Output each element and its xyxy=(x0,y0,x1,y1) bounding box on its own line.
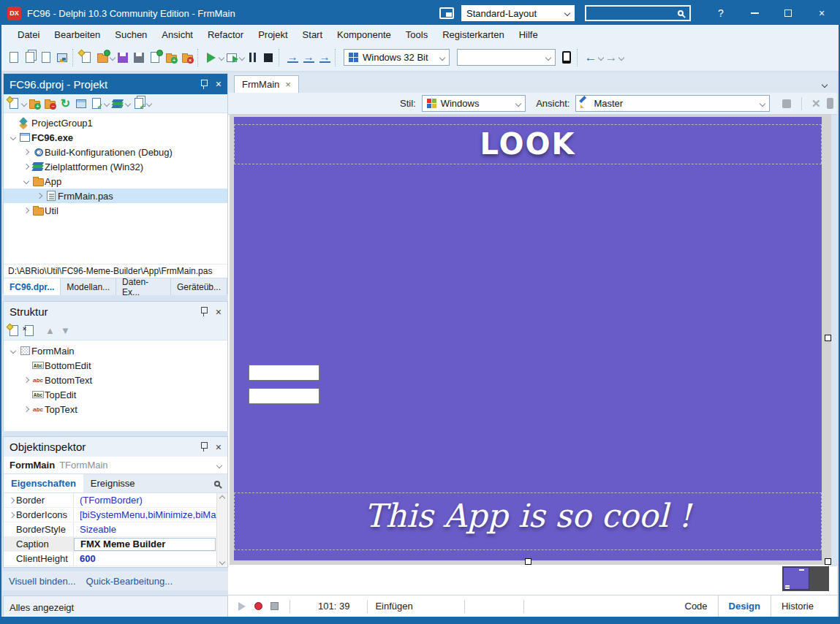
step-over-button[interactable]: → xyxy=(284,50,300,66)
tree-item-exe[interactable]: FC96.exe xyxy=(4,130,227,145)
chevron-down-icon[interactable] xyxy=(146,100,152,106)
tree-item-formmain[interactable]: FormMain xyxy=(4,343,227,358)
designer-canvas[interactable]: LOOK This App is so cool ! xyxy=(230,115,831,565)
menu-suchen[interactable]: Suchen xyxy=(107,25,154,44)
inspector-search[interactable] xyxy=(214,474,227,492)
chevron-down-icon[interactable] xyxy=(618,54,624,60)
pin-icon[interactable] xyxy=(200,442,207,452)
property-value[interactable]: Sizeable xyxy=(74,524,216,535)
save-button[interactable] xyxy=(115,50,131,66)
tree-item-build-config[interactable]: Build-Konfigurationen (Debug) xyxy=(4,145,227,159)
property-row[interactable]: BorderIcons [biSystemMenu,biMinimize,biM… xyxy=(4,508,227,522)
structure-delete-button[interactable]: × xyxy=(22,324,36,338)
macro-stop-button[interactable] xyxy=(266,598,282,615)
layout-select[interactable]: Standard-Layout xyxy=(461,5,575,21)
target-device-select[interactable] xyxy=(457,49,556,66)
new-window-button[interactable] xyxy=(22,50,38,66)
tab-data-explorer[interactable]: Daten-Ex... xyxy=(116,278,171,295)
stop-button[interactable] xyxy=(260,50,276,66)
step-into-button[interactable]: → xyxy=(300,50,317,66)
property-value[interactable]: 600 xyxy=(74,553,216,564)
device-manager-button[interactable] xyxy=(559,50,575,66)
tree-item-bottomedit[interactable]: Abc BottomEdit xyxy=(4,358,227,373)
project-new-item-button[interactable] xyxy=(7,96,20,110)
tree-item-projectgroup[interactable]: ProjectGroup1 xyxy=(4,115,227,130)
tree-item-topedit[interactable]: Abc TopEdit xyxy=(4,387,227,402)
property-value[interactable]: [biSystemMenu,biMinimize,biMax xyxy=(74,509,216,520)
remove-from-project-button[interactable]: × xyxy=(179,50,195,66)
bottom-text-component[interactable]: This App is so cool ! xyxy=(234,497,822,534)
tab-list-chevron-icon[interactable] xyxy=(822,82,828,88)
menu-hilfe[interactable]: Hilfe xyxy=(512,25,545,44)
chevron-collapsed-icon[interactable] xyxy=(8,497,14,503)
menu-registerkarten[interactable]: Registerkarten xyxy=(435,25,512,44)
chevron-expanded-icon[interactable] xyxy=(10,348,16,354)
tab-eigenschaften[interactable]: Eigenschaften xyxy=(4,474,83,492)
property-row[interactable]: Border (TFormBorder) xyxy=(4,493,227,508)
resize-handle-right[interactable] xyxy=(825,335,831,341)
tree-item-toptext[interactable]: abc TopText xyxy=(4,402,227,416)
tree-item-util-folder[interactable]: Util xyxy=(4,203,227,218)
quick-edit-link[interactable]: Quick-Bearbeitung... xyxy=(86,576,173,587)
chevron-expanded-icon[interactable] xyxy=(10,134,16,140)
tools-disabled-button[interactable]: ✕ xyxy=(809,96,823,111)
pin-icon[interactable] xyxy=(200,307,207,316)
style-select[interactable]: Windows xyxy=(422,95,526,112)
tree-item-platforms[interactable]: Zielplattformen (Win32) xyxy=(4,159,227,174)
desktop-layout-icon[interactable] xyxy=(439,7,454,19)
property-row[interactable]: ClientHeight 600 xyxy=(4,552,227,566)
inspector-object-select[interactable]: FormMain TFormMain xyxy=(4,457,227,474)
chevron-down-icon[interactable] xyxy=(125,100,131,106)
component-palette-button[interactable] xyxy=(54,50,70,66)
menu-projekt[interactable]: Projekt xyxy=(251,25,295,44)
editor-tab-frmmain[interactable]: FrmMain × xyxy=(234,75,299,93)
step-out-button[interactable]: → xyxy=(317,50,333,66)
add-to-project-button[interactable]: + xyxy=(163,50,179,66)
project-build-config-button[interactable]: ✓ xyxy=(89,96,103,110)
titlebar-search-input[interactable] xyxy=(585,5,691,21)
snapshot-button[interactable] xyxy=(780,96,794,111)
pin-icon[interactable] xyxy=(200,80,207,89)
minimize-button[interactable] xyxy=(738,1,771,25)
macro-play-button[interactable] xyxy=(234,598,250,615)
resize-handle-bottom[interactable] xyxy=(525,558,531,565)
project-platforms-button[interactable]: ✓ xyxy=(110,96,124,110)
resize-handle-corner[interactable] xyxy=(825,558,831,565)
menu-refactor[interactable]: Refactor xyxy=(200,25,251,44)
run-button[interactable] xyxy=(203,50,219,66)
scroll-up-icon[interactable] xyxy=(219,495,225,501)
save-all-button[interactable] xyxy=(131,50,147,66)
platform-select[interactable]: Windows 32 Bit xyxy=(344,49,450,66)
property-row[interactable]: BorderStyle Sizeable xyxy=(4,522,227,537)
structure-new-button[interactable] xyxy=(7,324,20,338)
property-value-input[interactable]: FMX Meme Builder xyxy=(74,538,216,551)
tab-project[interactable]: FC96.dpr... xyxy=(4,278,61,295)
tab-ereignisse[interactable]: Ereignisse xyxy=(83,474,143,492)
new-file-button[interactable] xyxy=(6,50,22,66)
chevron-down-icon[interactable] xyxy=(21,100,27,106)
chevron-collapsed-icon[interactable] xyxy=(23,406,29,412)
tab-code[interactable]: Code xyxy=(675,596,718,617)
form-minimap[interactable] xyxy=(782,566,829,591)
top-text-component[interactable]: LOOK xyxy=(234,127,822,161)
project-people-button[interactable] xyxy=(74,96,88,110)
menu-komponente[interactable]: Komponente xyxy=(330,25,398,44)
property-grid-scrollbar[interactable] xyxy=(216,493,227,567)
chevron-collapsed-icon[interactable] xyxy=(37,193,42,199)
tree-item-app-folder[interactable]: App xyxy=(4,174,227,189)
tree-item-frmmain[interactable]: FrmMain.pas xyxy=(4,189,227,203)
chevron-collapsed-icon[interactable] xyxy=(23,377,29,383)
designed-form[interactable]: LOOK This App is so cool ! xyxy=(234,117,822,560)
pause-button[interactable] xyxy=(244,50,260,66)
chevron-collapsed-icon[interactable] xyxy=(8,511,14,517)
close-icon[interactable]: × xyxy=(216,307,222,317)
close-button[interactable]: × xyxy=(805,1,839,25)
bottom-edit-field[interactable] xyxy=(249,388,319,404)
close-icon[interactable]: × xyxy=(216,442,222,452)
visual-bind-link[interactable]: Visuell binden... xyxy=(9,576,76,587)
help-button[interactable]: ? xyxy=(704,1,738,25)
open-in-window-button[interactable] xyxy=(38,50,54,66)
menu-start[interactable]: Start xyxy=(295,25,330,44)
chevron-expanded-icon[interactable] xyxy=(23,178,29,184)
project-remove-button[interactable]: − xyxy=(43,96,57,110)
